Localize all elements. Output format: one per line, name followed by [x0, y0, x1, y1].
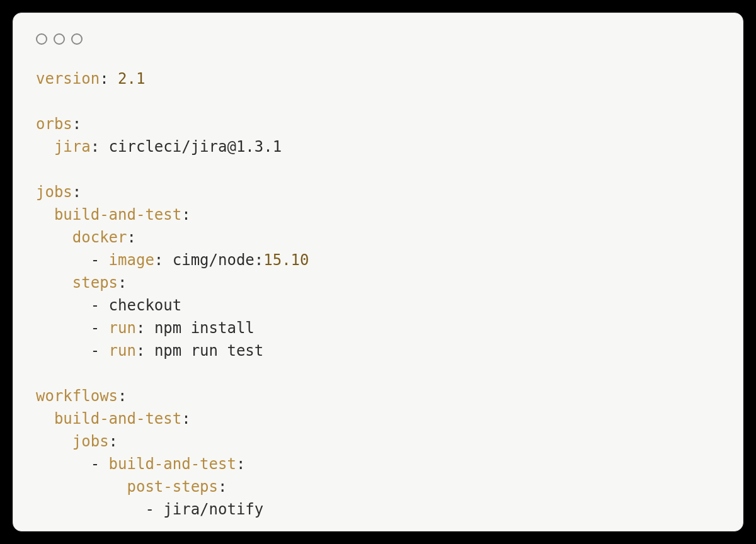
- colon: :: [72, 115, 81, 133]
- colon: :: [154, 251, 173, 269]
- colon: :: [181, 410, 190, 428]
- yaml-key: run: [109, 319, 136, 337]
- yaml-key: jira: [54, 138, 91, 156]
- yaml-key: steps: [72, 274, 118, 292]
- yaml-number: 2.1: [118, 70, 145, 88]
- window-dots: [36, 33, 720, 45]
- colon: :: [109, 433, 118, 450]
- dash: -: [91, 342, 109, 360]
- yaml-key: docker: [72, 229, 127, 246]
- yaml-key: jobs: [72, 433, 109, 450]
- dash: -: [91, 455, 109, 473]
- dash: -: [91, 297, 109, 314]
- colon: :: [118, 387, 127, 405]
- dash: -: [91, 251, 109, 269]
- yaml-value: npm install: [154, 319, 255, 337]
- window-dot: [71, 33, 83, 45]
- colon: :: [236, 455, 245, 473]
- code-window: version: 2.1 orbs: jira: circleci/jira@1…: [13, 13, 743, 531]
- window-dot: [54, 33, 65, 45]
- yaml-value: npm run test: [154, 342, 263, 360]
- yaml-key: build-and-test: [54, 206, 181, 224]
- yaml-key: image: [109, 251, 154, 269]
- colon: :: [72, 183, 81, 201]
- colon: :: [218, 478, 227, 496]
- yaml-value: circleci/jira@1.3.1: [109, 138, 282, 156]
- yaml-key: build-and-test: [109, 455, 236, 473]
- yaml-key: orbs: [36, 115, 72, 133]
- dash: -: [91, 319, 109, 337]
- colon: :: [136, 319, 154, 337]
- code-block: version: 2.1 orbs: jira: circleci/jira@1…: [36, 67, 720, 521]
- dash: -: [145, 501, 163, 518]
- yaml-key: run: [109, 342, 136, 360]
- colon: :: [118, 274, 127, 292]
- colon: :: [100, 70, 118, 88]
- yaml-number: 15.10: [263, 251, 309, 269]
- yaml-value: cimg/node:: [173, 251, 264, 269]
- colon: :: [91, 138, 109, 156]
- yaml-key: post-steps: [127, 478, 219, 496]
- window-dot: [36, 33, 47, 45]
- colon: :: [136, 342, 154, 360]
- yaml-key: workflows: [36, 387, 118, 405]
- colon: :: [127, 229, 136, 246]
- yaml-value: jira/notify: [163, 501, 263, 518]
- yaml-value: checkout: [109, 297, 182, 314]
- yaml-key: version: [36, 70, 100, 88]
- yaml-key: jobs: [36, 183, 72, 201]
- colon: :: [181, 206, 190, 224]
- yaml-key: build-and-test: [54, 410, 181, 428]
